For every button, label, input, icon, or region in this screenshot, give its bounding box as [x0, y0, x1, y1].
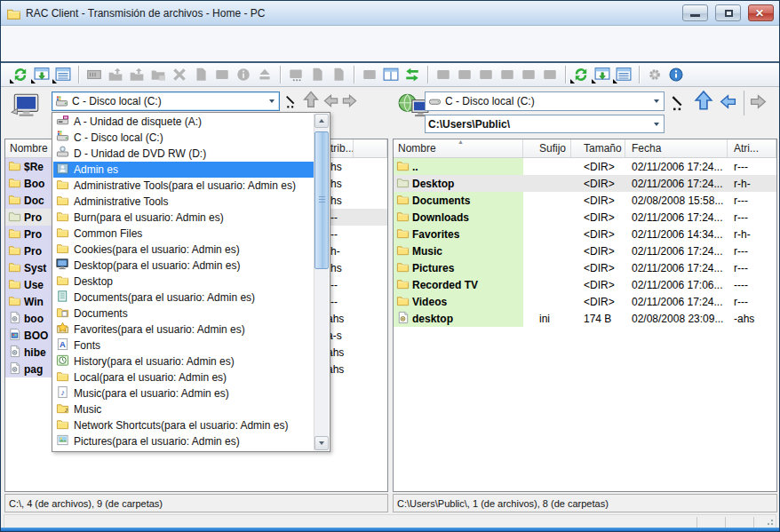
split-window-button[interactable]	[380, 65, 402, 84]
Recorded TV[interactable]: Recorded TV <DIR> 02/11/2006 17:06... --…	[394, 276, 776, 293]
right-path-combo[interactable]: C:\Users\Public\	[425, 115, 665, 133]
menu-item[interactable]	[4, 52, 20, 55]
menu-item[interactable]	[116, 34, 132, 37]
disabled-tool-button-2[interactable]	[433, 65, 454, 84]
restore-button[interactable]	[715, 4, 741, 21]
dropdown-item[interactable]: A - Unidad de disquete (A:)	[53, 114, 314, 130]
properties-button[interactable]	[233, 65, 254, 84]
menu-item[interactable]	[100, 34, 116, 37]
edit-button[interactable]	[211, 65, 233, 84]
left-back-button[interactable]	[322, 94, 339, 111]
dropdown-item[interactable]: Burn(para el usuario: Admin es)	[53, 210, 314, 226]
dropdown-item[interactable]: Favorites(para el usuario: Admin es)	[53, 322, 314, 337]
scrollbar-thumb[interactable]	[314, 131, 329, 269]
desktop[interactable]: desktop ini 174 B 02/08/2008 23:09... -a…	[394, 310, 776, 327]
right-back-button[interactable]	[719, 94, 737, 113]
disabled-tool-button-1[interactable]	[359, 65, 380, 84]
disabled-tool-button-4[interactable]	[475, 65, 497, 84]
Videos[interactable]: Videos <DIR> 02/11/2006 17:24... r---	[394, 293, 776, 310]
dropdown-item[interactable]: Administrative Tools	[53, 194, 314, 210]
new-folder-button[interactable]	[126, 65, 147, 84]
view-left-pane-button[interactable]	[52, 65, 74, 84]
..[interactable]: .. <DIR> 02/11/2006 17:24... r---	[394, 158, 776, 175]
Music[interactable]: Music <DIR> 02/11/2006 17:24... r---	[394, 242, 776, 259]
menu-item[interactable]	[52, 34, 68, 37]
menu-item[interactable]	[84, 34, 100, 37]
dropdown-item[interactable]: Administrative Tools(para el usuario: Ad…	[53, 178, 314, 194]
right-forward-button[interactable]	[749, 94, 768, 113]
column-header-nombre[interactable]: Nombre ▲	[394, 139, 523, 157]
left-drive-combo[interactable]: C - Disco local (C:)	[52, 91, 280, 111]
column-header-sufijo[interactable]: Sufijo	[523, 139, 571, 157]
move-folder-button[interactable]	[147, 65, 169, 84]
disabled-tool-button-5[interactable]	[497, 65, 518, 84]
dropdown-item[interactable]: Common Files	[53, 226, 314, 242]
close-button[interactable]: ✕	[748, 4, 774, 21]
copy-button[interactable]	[190, 65, 211, 84]
Desktop[interactable]: Desktop <DIR> 02/11/2006 17:24... r-h-	[394, 175, 776, 192]
menu-item[interactable]	[20, 52, 36, 55]
dropdown-item[interactable]: Network Shortcuts(para el usuario: Admin…	[53, 417, 314, 433]
column-header-tamano[interactable]: Tamaño	[571, 139, 625, 157]
send-button[interactable]	[328, 65, 349, 84]
chevron-down-icon[interactable]	[650, 93, 662, 109]
dropdown-item[interactable]: Pictures(para el usuario: Admin es)	[53, 433, 314, 449]
dropdown-item[interactable]: Documents	[53, 306, 314, 322]
menu-item[interactable]	[68, 34, 84, 37]
about-button[interactable]	[665, 65, 687, 84]
left-up-button[interactable]	[301, 91, 321, 111]
swap-panes-button[interactable]	[402, 65, 423, 84]
window-options-button[interactable]	[285, 65, 306, 84]
dropdown-item[interactable]: Admin es	[53, 162, 314, 178]
transfer-right-pane-button[interactable]	[592, 65, 613, 84]
column-header-fecha[interactable]: Fecha	[625, 139, 728, 157]
dropdown-item[interactable]: Desktop	[53, 274, 314, 290]
eject-button[interactable]	[254, 65, 275, 84]
dropdown-item[interactable]: Desktop(para el usuario: Admin es)	[53, 258, 314, 274]
minimize-button[interactable]	[682, 4, 708, 21]
column-header-atributos[interactable]: Atri...	[728, 139, 776, 157]
menu-item[interactable]	[36, 34, 52, 37]
scroll-down-button[interactable]	[314, 436, 329, 450]
menu-item[interactable]	[20, 34, 36, 37]
Favorites[interactable]: Favorites <DIR> 02/11/2006 14:34... r-h-	[394, 226, 776, 242]
view-right-pane-button[interactable]	[613, 65, 634, 84]
right-root-button[interactable]	[669, 96, 687, 114]
notes-button[interactable]	[306, 65, 328, 84]
delete-button[interactable]	[169, 65, 190, 84]
dropdown-item[interactable]: Local(para el usuario: Admin es)	[53, 369, 314, 385]
chevron-down-icon[interactable]	[650, 116, 662, 132]
scroll-up-button[interactable]	[314, 114, 329, 128]
Downloads[interactable]: Downloads <DIR> 02/11/2006 17:24... r---	[394, 209, 776, 226]
refresh-left-pane-button[interactable]	[10, 65, 31, 84]
dropdown-scrollbar[interactable]	[314, 114, 329, 450]
menu-item[interactable]	[132, 34, 148, 37]
Documents[interactable]: Documents <DIR> 02/08/2008 15:58... r---	[394, 192, 776, 209]
refresh-right-pane-button[interactable]	[570, 65, 592, 84]
dropdown-item[interactable]: ♪ Music	[53, 401, 314, 417]
dropdown-item[interactable]: History(para el usuario: Admin es)	[53, 353, 314, 369]
dropdown-item[interactable]: Cookies(para el usuario: Admin es)	[53, 242, 314, 258]
disabled-tool-button-7[interactable]	[539, 65, 561, 84]
dropdown-item[interactable]: ♪ Music(para el usuario: Admin es)	[53, 385, 314, 401]
dropdown-item[interactable]: D - Unidad de DVD RW (D:)	[53, 146, 314, 162]
dropdown-item[interactable]: A Fonts	[53, 337, 314, 353]
Pictures[interactable]: Pictures <DIR> 02/11/2006 17:24... r---	[394, 259, 776, 276]
open-folder-button[interactable]	[105, 65, 126, 84]
right-drive-combo[interactable]: C - Disco local (C:)	[425, 91, 665, 111]
dropdown-item[interactable]: C - Disco local (C:)	[53, 130, 314, 146]
chevron-down-icon[interactable]	[266, 93, 277, 109]
volume-label-button[interactable]	[84, 65, 105, 84]
right-up-button[interactable]	[692, 91, 715, 114]
left-root-button[interactable]	[283, 96, 298, 111]
local-computer-button[interactable]	[6, 89, 45, 126]
transfer-left-pane-button[interactable]	[31, 65, 52, 84]
menu-item[interactable]	[4, 34, 20, 37]
menu-item[interactable]	[36, 52, 52, 55]
dropdown-item[interactable]: Documents(para el usuario: Admin es)	[53, 290, 314, 306]
resize-grip[interactable]	[764, 516, 775, 527]
disabled-tool-button-3[interactable]	[454, 65, 475, 84]
disabled-tool-button-6[interactable]	[518, 65, 539, 84]
left-forward-button[interactable]	[341, 94, 358, 111]
settings-button[interactable]	[644, 65, 665, 84]
